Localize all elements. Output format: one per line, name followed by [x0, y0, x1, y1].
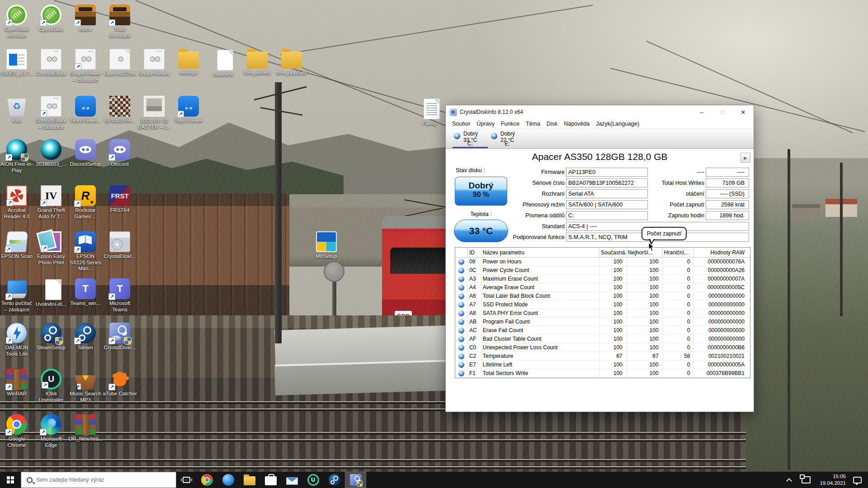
smart-row-A7[interactable]: A7SSD Protect Mode1001000000000000000: [455, 300, 750, 309]
desktop-icon-settings[interactable]: settings: [171, 49, 206, 76]
taskbar-clock[interactable]: 15:05 19.04.2021: [820, 473, 846, 487]
taskbar-icon-explorer[interactable]: [239, 472, 260, 488]
smart-row-A3[interactable]: A3Maximum Erase Count100100000000000007A: [455, 275, 750, 283]
network-icon[interactable]: [802, 476, 811, 483]
smart-row-AB[interactable]: ABProgram Fail Count1001000000000000000: [455, 318, 750, 326]
smart-row-F1[interactable]: F1Total Sectors Write1001000000378B99BB1: [455, 369, 750, 378]
smart-row-AF[interactable]: AFBad Cluster Table Count100100000000000…: [455, 335, 750, 343]
taskbar-icon-iobit[interactable]: U: [302, 472, 324, 488]
next-disk-button[interactable]: ▶: [741, 153, 750, 163]
desktop-icon-frst64[interactable]: FRSTFRST64: [103, 185, 137, 214]
desktop-icon-steamsetup[interactable]: SteamSetup: [34, 323, 68, 351]
desktop-icon-epson-easy-photo-print[interactable]: ↗Epson Easy Photo Print: [34, 231, 68, 266]
desktop-icon-rj-1003-re[interactable]: TSRj-1003-Re...: [103, 96, 137, 124]
smart-row-AC[interactable]: ACErase Fail Count1001000000000000000: [455, 326, 750, 335]
taskbar-icon-sphere[interactable]: [217, 472, 239, 488]
desktop-icon-teamviewer[interactable]: ↔↗TeamViewer: [171, 96, 206, 124]
smart-row-0C[interactable]: 0CPower Cycle Count1001000000000000A26: [455, 266, 750, 275]
desktop-icon-cerecent[interactable]: cerecent: [206, 49, 240, 78]
desktop-icon-crystaldiski[interactable]: CrystalDiskI...: [103, 231, 137, 260]
start-button[interactable]: [0, 472, 21, 488]
desktop-icon-discordsetup[interactable]: DiscordSetup: [68, 139, 103, 168]
menu-item-n-pov-da[interactable]: Nápověda: [561, 121, 593, 127]
smart-cell: 100: [627, 326, 663, 334]
taskbar-search[interactable]: [21, 472, 176, 488]
taskbar-icon-mail[interactable]: [281, 472, 302, 488]
fixlog-icon: [424, 99, 440, 119]
menu-item-pravy[interactable]: Úpravy: [473, 121, 498, 127]
hidden-icons-chevron-icon[interactable]: [787, 478, 792, 482]
desktop-icon-google-chrome[interactable]: ↗Google Chrome: [0, 414, 34, 448]
close-button[interactable]: ✕: [733, 105, 754, 119]
desktop-icon-tento-po-ta-z-stupce[interactable]: ↗Tento počítač – zástupce: [0, 278, 34, 313]
desktop-icon-shapeviewer[interactable]: ⚙⚙ShapeViewer: [137, 49, 171, 77]
desktop-icon-teamviewe[interactable]: ↔TeamViewe...: [68, 96, 103, 124]
action-center-icon[interactable]: [853, 477, 862, 483]
desktop-icon-consisteditor-z-stupce[interactable]: ⚙⚙↗ConsistEditor – zástupce: [34, 96, 68, 130]
desktop-icon-aion-free-to-play[interactable]: ↗AION Free-to-Play: [0, 139, 34, 174]
taskbar-icon-chrome[interactable]: [196, 472, 217, 488]
smart-row-A8[interactable]: A8SATA PHY Error Count100100000000000000…: [455, 309, 750, 318]
desktop-icon-fixlog[interactable]: Fixlog: [412, 98, 447, 127]
smart-cell: Total Later Bad Block Count: [481, 292, 599, 300]
desktop-icon-label: cerecent: [206, 72, 240, 78]
desktop-icon-openal32-dll[interactable]: ⚙OpenAL32.dll: [103, 49, 137, 77]
desktop-icon-teams-win[interactable]: TTeams_win...: [68, 278, 103, 307]
desktop-icon-2021-03-31-easter[interactable]: 2021-03- 31 EASTER – (...: [137, 96, 171, 130]
desktop-icon-mbsetup[interactable]: MBSetup: [309, 231, 344, 260]
menu-item-t-ma[interactable]: Téma: [523, 121, 543, 127]
menu-item-soubor[interactable]: Soubor: [449, 121, 473, 127]
desktop-icon-daemon-tools-lite[interactable]: ↗DAEMON Tools Lite: [0, 323, 34, 357]
desktop-icon-openrails[interactable]: ↗OpenRails: [34, 5, 68, 33]
menu-item-funkce[interactable]: Funkce: [498, 121, 523, 127]
search-input[interactable]: [36, 477, 158, 483]
field-label: Total Host Writes: [662, 180, 704, 186]
minimize-button[interactable]: –: [691, 105, 712, 119]
smart-row-A4[interactable]: A4Average Erase Count100100000000000005C: [455, 283, 750, 292]
attribute-health-orb-icon: [458, 302, 464, 308]
desktop-icon-steam[interactable]: ↗Steam: [68, 323, 103, 351]
desktop-icon-winrar[interactable]: ↗WinRAR: [0, 369, 34, 397]
task-view-button[interactable]: [176, 472, 196, 488]
desktop-icon-shapeviewer-z-stupce[interactable]: ⚙⚙↗ShapeViewer – zástupce: [68, 49, 103, 83]
smart-cell: 0: [663, 343, 694, 352]
smart-row-C2[interactable]: C2Temperature676758002100210021: [455, 352, 750, 361]
desktop-icon-microsoft-edge[interactable]: ↗Microsoft Edge: [34, 414, 68, 448]
desktop-icon-20180103[interactable]: 20180103_...: [34, 139, 68, 168]
desktop-icon-tsre-assets[interactable]: tsre_assets: [240, 49, 274, 76]
desktop-icon-uvoln-n-d[interactable]: Uvolnění-dí...: [34, 278, 68, 308]
taskbar-icon-steam[interactable]: [324, 472, 345, 488]
desktop-icon-grand-theft-auto-iv-t[interactable]: IV↗Grand Theft Auto IV T...: [34, 185, 68, 220]
chrome-icon: ↗: [6, 414, 27, 435]
desktop-icon-ko[interactable]: ♻Koš: [0, 96, 34, 124]
desktop-icon-music-search-mp3[interactable]: ↗Music Search MP3: [68, 369, 103, 403]
smart-row-09[interactable]: 09Power on Hours100100000000000076A: [455, 258, 750, 266]
desktop-icon-atube-catcher[interactable]: ↗aTube Catcher: [103, 369, 137, 397]
desktop-icon-or-newyea[interactable]: OR_NewYea...: [68, 414, 103, 442]
desktop-icon-crystaldiski[interactable]: ↗CrystalDiskI...: [103, 323, 137, 351]
smart-row-C0[interactable]: C0Unexpected Power Loss Count10010000000…: [455, 343, 750, 352]
desktop-icon-consisteditor[interactable]: ⚙⚙ConsistEditor: [34, 49, 68, 77]
steam-icon: ↗: [75, 323, 96, 343]
desktop-icon-train-simulator[interactable]: ↗Train Simulator: [103, 5, 137, 39]
drive-tab-c[interactable]: Dobrý33 °CC:: [452, 129, 489, 148]
desktop-icon-iobit-uninstaller[interactable]: U↗IObit Uninstaller: [34, 369, 68, 403]
desktop-icon-discord[interactable]: ↗Discord: [103, 139, 137, 168]
menu-item-disk[interactable]: Disk: [543, 121, 561, 127]
desktop-icon-microsoft-teams[interactable]: T↗Microsoft Teams: [103, 278, 137, 313]
desktop-icon-epson-scan[interactable]: ↗EPSON Scan: [0, 231, 34, 260]
desktop-icon-rockstar-games[interactable]: R↗Rockstar Games ...: [68, 185, 103, 220]
smart-row-A6[interactable]: A6Total Later Bad Block Count10010000000…: [455, 292, 750, 300]
desktop-icon-tsre-appdata[interactable]: tsre_appdata: [274, 49, 309, 76]
window-titlebar[interactable]: CrystalDiskInfo 8.12.0 x64 – □ ✕: [446, 105, 754, 119]
menu-item-jazyk-language[interactable]: Jazyk(Language): [593, 121, 642, 127]
taskbar-icon-cdi[interactable]: [345, 472, 366, 488]
desktop-icon-acrobat-reader-4-0[interactable]: ↗Acrobat Reader 4.0: [0, 185, 34, 220]
taskbar-icon-store[interactable]: [260, 472, 281, 488]
desktop-icon-epson-sx125-series-man[interactable]: ↗EPSON SX125 Series Man...: [68, 231, 103, 272]
drive-tab-e[interactable]: Dobrý22 °CE:: [489, 129, 526, 148]
desktop-icon-openrails-reshade[interactable]: ↗OpenRails reshade: [0, 5, 34, 39]
smart-row-E7[interactable]: E7Lifetime Left100100000000000005A: [455, 361, 750, 369]
desktop-icon-editor[interactable]: ↗editor: [68, 5, 103, 33]
desktop-icon-tsre5-v0-7[interactable]: TSRE5_v0.7....: [0, 49, 34, 83]
